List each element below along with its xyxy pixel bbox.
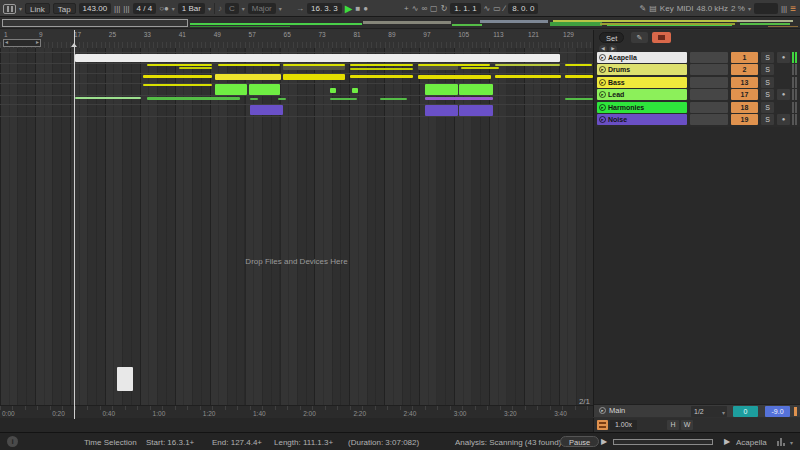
arrangement-clip[interactable] [218, 64, 280, 66]
arrangement-clip[interactable] [425, 97, 493, 100]
re-enable-automation-icon[interactable]: ∞ [421, 3, 427, 14]
loop-length-field[interactable]: 8. 0. 0 [508, 3, 538, 14]
arrangement-clip[interactable] [495, 64, 560, 66]
cpu-caret[interactable]: ▾ [748, 5, 751, 12]
arrangement-clip[interactable] [179, 67, 212, 69]
hamburger-menu-icon[interactable]: ≡ [790, 3, 796, 14]
solo-button[interactable]: S [761, 64, 774, 75]
arrangement-clip[interactable] [215, 84, 247, 95]
scale-icon[interactable]: ♪ [218, 3, 222, 14]
dragged-clip[interactable] [117, 367, 133, 391]
track-title[interactable]: ▸Lead [597, 89, 687, 100]
track-activator[interactable]: 1 [731, 52, 758, 63]
info-icon[interactable]: i [7, 436, 18, 447]
track-title[interactable]: ▸Acapella [597, 52, 687, 63]
quantization-caret[interactable]: ▾ [208, 5, 211, 12]
main-pan-field[interactable]: 0 [733, 406, 758, 417]
track-device-slot[interactable] [690, 114, 728, 125]
tempo-field[interactable]: 143.00 [79, 3, 111, 14]
solo-button[interactable]: S [761, 77, 774, 88]
cpu-meter-value[interactable]: 2 % [731, 3, 745, 14]
automation-arm-icon[interactable]: ∿ [412, 3, 419, 14]
minute-time-ruler[interactable]: 0:000:200:401:001:201:402:002:202:403:00… [0, 405, 593, 418]
track-title[interactable]: ▸Harmonies [597, 102, 687, 113]
key-root-caret[interactable]: ▾ [242, 5, 245, 12]
arm-button[interactable]: ● [777, 52, 790, 63]
arrangement-clip[interactable] [147, 97, 240, 100]
beat-time-ruler[interactable]: 191725334149576573818997105113121129 [0, 30, 593, 48]
arrangement-area[interactable]: Drop Files and Devices Here [0, 48, 593, 405]
pencil-icon[interactable]: ✎ [631, 32, 648, 43]
back-to-arrangement-button[interactable] [652, 32, 671, 43]
pause-button[interactable]: Pause [560, 436, 599, 447]
track-title[interactable]: ▸Noise [597, 114, 687, 125]
arrangement-clip[interactable] [249, 84, 280, 95]
loop-start-field[interactable]: 1. 1. 1 [450, 3, 480, 14]
arrangement-clip[interactable] [565, 64, 592, 66]
main-track-title[interactable]: ▸ Main [599, 406, 625, 415]
track-device-slot[interactable] [690, 89, 728, 100]
key-root-select[interactable]: C [225, 3, 239, 14]
arrangement-overview[interactable] [0, 18, 800, 29]
arrangement-clip[interactable] [350, 64, 413, 66]
arrangement-clip[interactable] [75, 97, 141, 99]
preview-play-icon[interactable]: ▶ [601, 437, 607, 446]
arrangement-clip[interactable] [283, 64, 345, 66]
key-scale-select[interactable]: Major [248, 3, 276, 14]
arrangement-clip[interactable] [565, 75, 593, 78]
track-device-slot[interactable] [690, 102, 728, 113]
link-button[interactable]: Link [25, 3, 50, 14]
track-device-slot[interactable] [690, 64, 728, 75]
midi-map-button[interactable]: MIDI [677, 3, 694, 14]
track-activator[interactable]: 17 [731, 89, 758, 100]
hide-automation-button[interactable]: H [667, 420, 679, 430]
selected-track-play-icon[interactable]: ▶ [724, 437, 730, 446]
track-title[interactable]: ▸Bass [597, 77, 687, 88]
solo-button[interactable]: S [761, 89, 774, 100]
arrangement-clip[interactable] [418, 64, 490, 66]
draw-mode-icon[interactable]: ✎ [640, 3, 647, 14]
tempo-follow-icon[interactable] [597, 420, 608, 430]
track-panel-empty-area[interactable] [593, 127, 800, 404]
record-button[interactable]: ● [363, 3, 368, 14]
arrangement-clip[interactable] [330, 88, 336, 93]
arm-button[interactable]: ● [777, 89, 790, 100]
arrangement-clip[interactable] [495, 75, 561, 78]
metronome-icon[interactable]: ○● [159, 3, 169, 14]
computer-midi-keyboard-icon[interactable]: ▤ [649, 3, 657, 14]
playhead-marker-icon[interactable] [71, 43, 77, 47]
loop-switch-icon[interactable]: ↻ [441, 3, 448, 14]
arrangement-clip[interactable] [380, 98, 407, 100]
track-device-slot[interactable] [690, 52, 728, 63]
status-caret-icon[interactable]: ▾ [790, 439, 793, 446]
arrangement-clip[interactable] [143, 84, 212, 86]
arrangement-clip[interactable] [147, 64, 212, 66]
solo-button[interactable]: S [761, 102, 774, 113]
track-activator[interactable]: 18 [731, 102, 758, 113]
arrangement-clip[interactable] [425, 84, 458, 95]
arm-button[interactable]: ● [777, 114, 790, 125]
quantization-menu[interactable]: 1 Bar [178, 3, 205, 14]
arrangement-clip[interactable] [350, 75, 413, 78]
metronome-menu-caret[interactable]: ▾ [172, 5, 175, 12]
track-title[interactable]: ▸Drums [597, 64, 687, 75]
arrangement-clip[interactable] [215, 74, 281, 80]
arrangement-clip[interactable] [352, 88, 358, 93]
arrangement-clip[interactable] [418, 75, 491, 79]
arrangement-clip[interactable] [459, 84, 493, 95]
track-activator[interactable]: 2 [731, 64, 758, 75]
nudge-down-icon[interactable]: ||| [114, 3, 120, 14]
arrangement-clip[interactable] [350, 68, 413, 70]
preferences-icon[interactable] [3, 4, 16, 14]
arrangement-clip[interactable] [250, 98, 258, 100]
tap-tempo-button[interactable]: Tap [53, 3, 76, 14]
arrangement-clip[interactable] [330, 98, 357, 100]
set-locator-button[interactable]: Set [599, 32, 624, 43]
overview-view-box[interactable] [2, 19, 188, 27]
arrangement-clip[interactable] [75, 54, 560, 62]
key-scale-caret[interactable]: ▾ [279, 5, 282, 12]
ramp-icon[interactable]: ∕ [504, 3, 505, 14]
track-activator[interactable]: 19 [731, 114, 758, 125]
track-activator[interactable]: 13 [731, 77, 758, 88]
stop-button[interactable]: ■ [355, 3, 360, 14]
